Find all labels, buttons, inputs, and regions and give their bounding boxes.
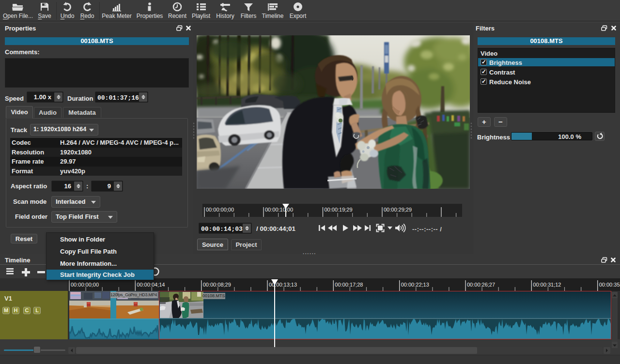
svg-text:00:00:08;29: 00:00:08;29 xyxy=(203,282,231,288)
svg-text:00:00:35;27: 00:00:35;27 xyxy=(599,282,620,288)
svg-text:00:00:29;29: 00:00:29;29 xyxy=(384,207,412,212)
svg-text:00:00:26;27: 00:00:26;27 xyxy=(467,282,495,288)
svg-text:00:00:31;12: 00:00:31;12 xyxy=(533,282,561,288)
svg-text:00:00:17;28: 00:00:17;28 xyxy=(335,282,363,288)
svg-text:00:00:22;13: 00:00:22;13 xyxy=(401,282,429,288)
svg-text:00:00:00;00: 00:00:00;00 xyxy=(206,207,234,212)
svg-text:00:00:19;29: 00:00:19;29 xyxy=(325,207,353,212)
svg-text:00:00:00;00: 00:00:00;00 xyxy=(71,282,99,288)
svg-text:00:00:10;00: 00:00:10;00 xyxy=(265,207,293,212)
svg-text:00:00:04;14: 00:00:04;14 xyxy=(137,282,165,288)
